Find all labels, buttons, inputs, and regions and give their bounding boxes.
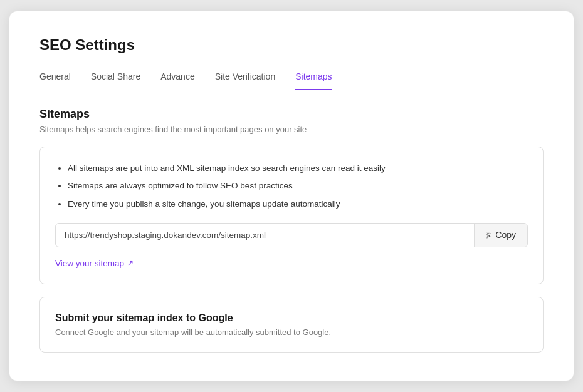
submit-card-description: Connect Google and your sitemap will be … <box>55 328 528 337</box>
tab-nav: General Social Share Advance Site Verifi… <box>39 71 544 90</box>
tab-general[interactable]: General <box>39 71 71 90</box>
app-window: SEO Settings General Social Share Advanc… <box>9 11 574 381</box>
copy-button-label: Copy <box>495 230 516 240</box>
tab-site-verification[interactable]: Site Verification <box>215 71 276 90</box>
sitemap-url-row: ⎘ Copy <box>55 223 528 247</box>
tab-sitemaps[interactable]: Sitemaps <box>295 71 332 90</box>
copy-button[interactable]: ⎘ Copy <box>474 224 527 247</box>
sitemaps-card: All sitemaps are put into and XML sitema… <box>39 147 544 284</box>
sitemaps-section: Sitemaps Sitemaps helps search engines f… <box>39 108 544 353</box>
tab-social-share[interactable]: Social Share <box>91 71 140 90</box>
submit-google-card: Submit your sitemap index to Google Conn… <box>39 297 544 353</box>
section-description: Sitemaps helps search engines find the m… <box>39 125 544 134</box>
sitemaps-bullet-list: All sitemaps are put into and XML sitema… <box>55 162 528 210</box>
submit-card-title: Submit your sitemap index to Google <box>55 312 528 324</box>
bullet-item-2: Sitemaps are always optimized to follow … <box>68 180 528 192</box>
external-link-icon: ↗ <box>127 259 134 267</box>
bullet-item-1: All sitemaps are put into and XML sitema… <box>68 162 528 175</box>
page-title: SEO Settings <box>39 36 544 54</box>
view-sitemap-label: View your sitemap <box>55 259 124 268</box>
copy-icon: ⎘ <box>486 230 491 240</box>
section-title: Sitemaps <box>39 108 544 121</box>
sitemap-url-input[interactable] <box>56 224 474 246</box>
tab-advance[interactable]: Advance <box>160 71 194 90</box>
bullet-item-3: Every time you publish a site change, yo… <box>68 198 528 210</box>
view-sitemap-link[interactable]: View your sitemap ↗ <box>55 259 134 268</box>
